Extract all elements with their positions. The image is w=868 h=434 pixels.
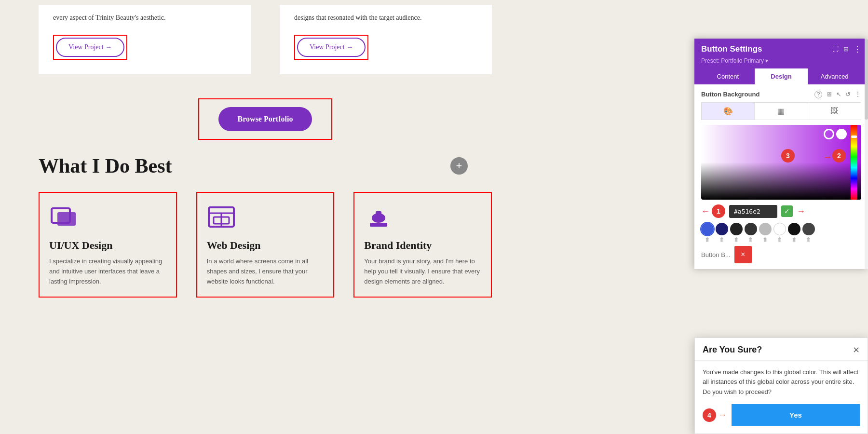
swatch-delete-4[interactable]: 🗑: [748, 237, 753, 242]
are-you-sure-dialog: Are You Sure? ✕ You've made changes to t…: [694, 338, 868, 434]
dialog-title: Are You Sure?: [703, 345, 762, 355]
brand-icon: [364, 203, 481, 233]
browse-portfolio-btn[interactable]: Browse Portfolio: [218, 107, 312, 131]
brand-desc: Your brand is your story, and I'm here t…: [364, 257, 481, 286]
arrow-to-circle: →: [823, 151, 832, 163]
image-icon: 🖼: [830, 107, 838, 115]
split-icon[interactable]: ⊟: [843, 45, 849, 53]
web-title: Web Design: [207, 239, 324, 252]
dialog-close-btn[interactable]: ✕: [853, 345, 860, 355]
swatch-delete-3[interactable]: 🗑: [734, 237, 739, 242]
help-icon[interactable]: ?: [814, 91, 822, 98]
more-icon[interactable]: ⋮: [854, 45, 861, 54]
service-card-uiux: UI/UX Design I specialize in creating vi…: [39, 192, 177, 297]
svg-rect-6: [370, 223, 387, 227]
undo-icon[interactable]: ↺: [845, 91, 851, 98]
bg-tab-gradient[interactable]: ▦: [755, 103, 808, 120]
web-desc: In a world where screens come in all sha…: [207, 257, 324, 286]
brand-title: Brand Identity: [364, 239, 481, 252]
yes-btn[interactable]: Yes: [732, 404, 860, 426]
swatch-delete-7[interactable]: 🗑: [792, 237, 797, 242]
section-title: What I Do Best: [39, 154, 492, 177]
swatch-black-2[interactable]: [745, 223, 757, 235]
swatch-white[interactable]: [773, 223, 786, 235]
uiux-desc: I specialize in creating visually appeal…: [49, 257, 166, 286]
preset-label[interactable]: Preset: Portfolio Primary ▾: [701, 57, 768, 64]
swatch-delete-2[interactable]: 🗑: [719, 237, 724, 242]
swatch-dark-gray[interactable]: [802, 223, 815, 235]
swatch-delete-8[interactable]: 🗑: [806, 237, 811, 242]
badge-2: 2: [832, 149, 846, 163]
view-project-btn-2[interactable]: View Project →: [297, 38, 366, 57]
solid-icon: 🎨: [723, 107, 733, 115]
dialog-message: You've made changes to this global color…: [703, 367, 860, 397]
swatch-black-3[interactable]: [788, 223, 800, 235]
service-card-brand: Brand Identity Your brand is your story,…: [353, 192, 492, 297]
arrow-to-yes: →: [718, 410, 727, 420]
dots-icon[interactable]: ⋮: [854, 90, 861, 98]
hex-input[interactable]: [729, 205, 777, 218]
view-project-btn-1[interactable]: View Project →: [56, 38, 124, 57]
confirm-hex-btn[interactable]: ✓: [781, 205, 793, 217]
desktop-icon[interactable]: 🖥: [826, 91, 832, 98]
swatch-dark-purple[interactable]: [716, 223, 728, 235]
badge-1: 1: [712, 204, 725, 218]
swatch-delete-5[interactable]: 🗑: [763, 237, 768, 242]
bg-tab-image[interactable]: 🖼: [808, 103, 861, 120]
card1-text: every aspect of Trinity Beauty's aesthet…: [53, 13, 236, 23]
svg-rect-1: [57, 212, 76, 226]
color-circle-outline[interactable]: [824, 129, 834, 139]
swatch-gray[interactable]: [759, 223, 772, 235]
uiux-icon: [49, 203, 166, 233]
cancel-btn[interactable]: ×: [734, 246, 752, 263]
card2-text: designs that resonated with the target a…: [294, 13, 477, 23]
web-icon: [207, 203, 324, 233]
uiux-title: UI/UX Design: [49, 239, 166, 252]
fullscreen-icon[interactable]: ⛶: [832, 45, 839, 53]
badge-4: 4: [703, 408, 716, 422]
swatch-delete-1[interactable]: 🗑: [705, 237, 710, 242]
badge-3: 3: [781, 149, 795, 163]
tab-advanced[interactable]: Advanced: [808, 68, 861, 84]
button-pa-label: Button B...: [701, 251, 731, 258]
gradient-icon: ▦: [777, 107, 785, 115]
swatch-active-blue[interactable]: [701, 223, 714, 235]
arrow-to-hex: →: [797, 206, 805, 217]
arrow-left-1: ←: [701, 206, 710, 217]
swatch-delete-6[interactable]: 🗑: [777, 237, 782, 242]
bg-tab-solid[interactable]: 🎨: [702, 103, 755, 120]
swatch-black-1[interactable]: [730, 223, 743, 235]
cursor-icon[interactable]: ↖: [836, 91, 841, 98]
tab-design[interactable]: Design: [755, 68, 808, 84]
svg-rect-8: [376, 211, 381, 218]
panel-title: Button Settings: [701, 44, 762, 54]
service-card-web: Web Design In a world where screens come…: [196, 192, 335, 297]
tab-content[interactable]: Content: [701, 68, 755, 84]
color-circle-filled[interactable]: [836, 129, 847, 139]
field-label: Button Background: [701, 91, 760, 98]
